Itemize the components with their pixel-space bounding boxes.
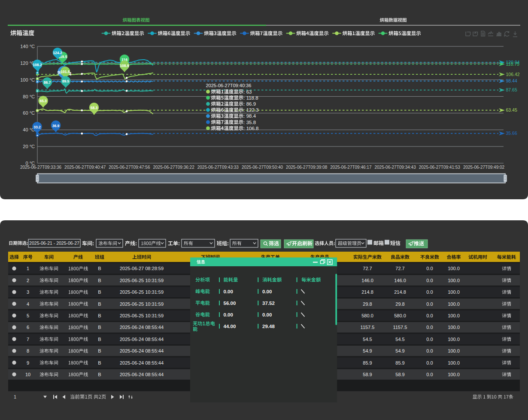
- svg-text:2: 2: [27, 278, 29, 283]
- svg-text:6: 6: [27, 325, 29, 330]
- svg-text:B: B: [98, 301, 101, 307]
- svg-text:54.5: 54.5: [395, 337, 404, 342]
- svg-text:58.9: 58.9: [363, 372, 372, 377]
- svg-text:0.0: 0.0: [426, 266, 433, 271]
- svg-text:B: B: [98, 348, 101, 353]
- svg-text:100.0: 100.0: [448, 348, 460, 353]
- svg-text:B: B: [98, 337, 101, 342]
- svg-text:B: B: [98, 289, 101, 295]
- svg-text:108.9: 108.9: [120, 64, 129, 68]
- svg-text:100.0: 100.0: [448, 313, 460, 318]
- svg-text:2025-06-27T09:34:43: 2025-06-27T09:34:43: [375, 165, 416, 170]
- svg-text:0.00: 0.00: [262, 289, 272, 294]
- svg-text:5: 5: [27, 313, 29, 318]
- svg-text:2025-06-27T09:36:22: 2025-06-27T09:36:22: [153, 165, 195, 170]
- svg-text:29.48: 29.48: [262, 324, 275, 329]
- svg-text:2025-06-24 08:55:44: 2025-06-24 08:55:44: [120, 337, 164, 342]
- svg-text:29.8: 29.8: [363, 301, 372, 307]
- svg-text:0.00: 0.00: [262, 312, 272, 317]
- svg-text:58.3: 58.3: [91, 106, 98, 110]
- svg-text:146.0: 146.0: [361, 278, 373, 283]
- svg-text:80 °C: 80 °C: [23, 94, 35, 99]
- svg-text:2025-06-27T09:40:47: 2025-06-27T09:40:47: [64, 165, 106, 170]
- svg-text:0.0: 0.0: [426, 301, 433, 307]
- svg-text:4: 4: [27, 301, 29, 307]
- svg-text:2025-06-27T09:47:56: 2025-06-27T09:47:56: [109, 165, 150, 170]
- svg-text:3: 3: [27, 289, 29, 295]
- svg-text:146.0: 146.0: [394, 278, 406, 283]
- svg-text:10: 10: [25, 372, 30, 377]
- svg-text:108.2: 108.2: [33, 63, 42, 67]
- svg-text:60 °C: 60 °C: [23, 110, 35, 116]
- svg-text:0.0: 0.0: [426, 360, 433, 365]
- svg-text:B: B: [98, 266, 101, 271]
- svg-text:B: B: [98, 278, 101, 283]
- svg-text:B: B: [98, 372, 101, 377]
- svg-text:100.0: 100.0: [448, 289, 460, 295]
- svg-text:29.8: 29.8: [395, 301, 404, 307]
- svg-text:106.42: 106.42: [506, 72, 520, 77]
- svg-text:2025-06-27T09:41:53: 2025-06-27T09:41:53: [419, 165, 461, 170]
- svg-text:20 °C: 20 °C: [23, 144, 35, 149]
- svg-text:0.00: 0.00: [224, 312, 233, 317]
- svg-text:580.0: 580.0: [361, 313, 373, 318]
- svg-text:0.00: 0.00: [224, 289, 233, 294]
- svg-text:2025-06-27T09:43:33: 2025-06-27T09:43:33: [197, 165, 239, 170]
- svg-text:2025-06-25 10:31:59: 2025-06-25 10:31:59: [120, 289, 164, 295]
- svg-text:72.7: 72.7: [363, 266, 372, 271]
- svg-text:9: 9: [27, 360, 29, 365]
- svg-text:100.0: 100.0: [448, 301, 460, 307]
- svg-text:7: 7: [27, 337, 29, 342]
- svg-text:124.2: 124.2: [53, 51, 62, 55]
- svg-text:2025-06-25 10:31:59: 2025-06-25 10:31:59: [120, 278, 164, 283]
- svg-text:2025-06-27T09:49:02: 2025-06-27T09:49:02: [463, 165, 505, 170]
- svg-text:85.9: 85.9: [395, 360, 404, 365]
- svg-text:1: 1: [27, 266, 29, 271]
- svg-text:101.5: 101.5: [61, 70, 70, 74]
- svg-text:65.3: 65.3: [39, 99, 47, 103]
- svg-text:100 °C: 100 °C: [20, 77, 35, 82]
- svg-text:87.65: 87.65: [506, 87, 517, 92]
- svg-text:100.0: 100.0: [448, 266, 460, 271]
- svg-text:2025-06-21 - 2025-06-27: 2025-06-21 - 2025-06-27: [29, 240, 79, 246]
- svg-text:2025-06-24 08:55:44: 2025-06-24 08:55:44: [120, 325, 164, 330]
- svg-text:580.0: 580.0: [394, 313, 406, 318]
- svg-text:118.75: 118.75: [506, 61, 519, 67]
- svg-text:: 63: : 63: [243, 89, 252, 94]
- svg-text:0.0: 0.0: [426, 325, 433, 330]
- svg-text:214.8: 214.8: [394, 289, 406, 295]
- svg-text:0.0: 0.0: [426, 313, 433, 318]
- svg-text:98.44: 98.44: [506, 78, 517, 83]
- svg-text:37.52: 37.52: [262, 301, 275, 306]
- svg-text:: 122.3: : 122.3: [243, 107, 258, 113]
- svg-text:35.66: 35.66: [506, 131, 517, 136]
- svg-text:0.0: 0.0: [426, 348, 433, 353]
- svg-text:B: B: [98, 360, 101, 365]
- svg-text:54.9: 54.9: [395, 348, 404, 353]
- svg-text:B: B: [98, 325, 101, 330]
- svg-text:63.45: 63.45: [506, 107, 517, 113]
- svg-text:2025-06-25 10:31:59: 2025-06-25 10:31:59: [120, 301, 164, 307]
- svg-text:: 118.8: : 118.8: [243, 95, 258, 100]
- svg-text:2025-06-25 10:31:59: 2025-06-25 10:31:59: [120, 313, 164, 318]
- svg-text:72.7: 72.7: [395, 266, 404, 271]
- svg-text:1157.5: 1157.5: [361, 325, 375, 330]
- svg-text:56.00: 56.00: [224, 301, 236, 306]
- svg-text:2025-06-27T09:46:17: 2025-06-27T09:46:17: [330, 165, 372, 170]
- svg-text:1157.5: 1157.5: [393, 325, 407, 330]
- svg-text:0.0: 0.0: [426, 289, 433, 295]
- svg-text:0.0: 0.0: [426, 278, 433, 283]
- svg-text:2025-06-27T09:33:36: 2025-06-27T09:33:36: [20, 165, 62, 170]
- svg-text:: 98.4: : 98.4: [243, 113, 256, 119]
- svg-text:2025-06-27T09:40:36: 2025-06-27T09:40:36: [206, 83, 252, 88]
- svg-text:: 106.8: : 106.8: [243, 126, 258, 131]
- svg-text:36.9: 36.9: [52, 124, 60, 128]
- svg-text:100.0: 100.0: [448, 360, 460, 365]
- svg-text:54.5: 54.5: [363, 337, 372, 342]
- svg-text:1: 1: [14, 394, 16, 399]
- svg-text:33.2: 33.2: [33, 125, 41, 129]
- svg-text:2025-06-27 08:28:59: 2025-06-27 08:28:59: [120, 266, 164, 271]
- svg-text:100.0: 100.0: [448, 278, 460, 283]
- svg-text:44.00: 44.00: [224, 324, 236, 329]
- svg-text:2025-06-24 08:55:44: 2025-06-24 08:55:44: [120, 372, 164, 377]
